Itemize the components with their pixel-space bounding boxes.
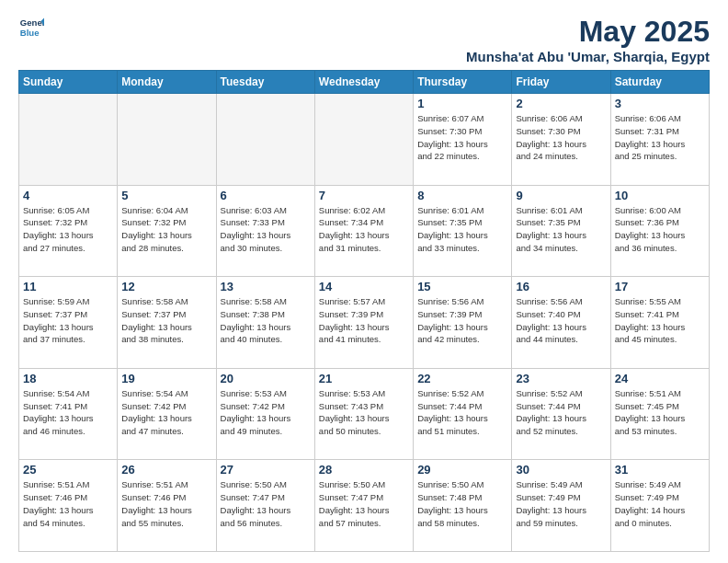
calendar-cell: 6Sunrise: 6:03 AM Sunset: 7:33 PM Daylig…: [216, 185, 314, 277]
calendar-cell: 30Sunrise: 5:49 AM Sunset: 7:49 PM Dayli…: [512, 460, 610, 552]
day-number: 11: [23, 280, 113, 293]
day-info: Sunrise: 5:51 AM Sunset: 7:46 PM Dayligh…: [121, 478, 211, 529]
calendar-cell: 19Sunrise: 5:54 AM Sunset: 7:42 PM Dayli…: [118, 368, 216, 460]
logo: General Blue: [18, 15, 44, 40]
calendar-cell: 11Sunrise: 5:59 AM Sunset: 7:37 PM Dayli…: [19, 277, 118, 369]
page: General Blue May 2025 Munsha'at Abu 'Uma…: [0, 0, 728, 563]
calendar-cell: 9Sunrise: 6:01 AM Sunset: 7:35 PM Daylig…: [512, 185, 610, 277]
day-info: Sunrise: 6:04 AM Sunset: 7:32 PM Dayligh…: [121, 204, 211, 255]
day-info: Sunrise: 6:01 AM Sunset: 7:35 PM Dayligh…: [516, 204, 606, 255]
calendar: SundayMondayTuesdayWednesdayThursdayFrid…: [18, 70, 710, 552]
calendar-cell: 18Sunrise: 5:54 AM Sunset: 7:41 PM Dayli…: [19, 368, 118, 460]
day-number: 23: [516, 372, 606, 385]
title-block: May 2025 Munsha'at Abu 'Umar, Sharqia, E…: [466, 15, 710, 64]
main-title: May 2025: [466, 15, 710, 49]
day-info: Sunrise: 5:55 AM Sunset: 7:41 PM Dayligh…: [615, 295, 705, 346]
day-number: 26: [121, 463, 211, 477]
calendar-cell: 7Sunrise: 6:02 AM Sunset: 7:34 PM Daylig…: [314, 185, 413, 277]
day-number: 20: [221, 372, 311, 385]
day-number: 28: [319, 463, 409, 477]
calendar-cell: 25Sunrise: 5:51 AM Sunset: 7:46 PM Dayli…: [19, 460, 118, 552]
calendar-cell: 12Sunrise: 5:58 AM Sunset: 7:37 PM Dayli…: [118, 277, 216, 369]
calendar-cell: 20Sunrise: 5:53 AM Sunset: 7:42 PM Dayli…: [216, 368, 314, 460]
calendar-body: 1Sunrise: 6:07 AM Sunset: 7:30 PM Daylig…: [19, 94, 710, 552]
logo-icon: General Blue: [18, 15, 44, 40]
day-number: 25: [23, 463, 113, 477]
week-row-1: 1Sunrise: 6:07 AM Sunset: 7:30 PM Daylig…: [19, 94, 710, 186]
day-info: Sunrise: 5:50 AM Sunset: 7:47 PM Dayligh…: [319, 478, 409, 529]
calendar-cell: 5Sunrise: 6:04 AM Sunset: 7:32 PM Daylig…: [118, 185, 216, 277]
svg-text:General: General: [20, 17, 44, 28]
week-row-3: 11Sunrise: 5:59 AM Sunset: 7:37 PM Dayli…: [19, 277, 710, 369]
day-number: 31: [615, 463, 705, 477]
weekday-header-thursday: Thursday: [414, 71, 512, 94]
calendar-header: SundayMondayTuesdayWednesdayThursdayFrid…: [19, 71, 710, 94]
day-info: Sunrise: 6:01 AM Sunset: 7:35 PM Dayligh…: [417, 204, 507, 255]
weekday-header-friday: Friday: [512, 71, 610, 94]
weekday-row: SundayMondayTuesdayWednesdayThursdayFrid…: [19, 71, 710, 94]
day-info: Sunrise: 5:56 AM Sunset: 7:40 PM Dayligh…: [516, 295, 606, 346]
calendar-cell: 2Sunrise: 6:06 AM Sunset: 7:30 PM Daylig…: [512, 94, 610, 186]
day-number: 29: [417, 463, 507, 477]
day-number: 21: [319, 372, 409, 385]
day-info: Sunrise: 5:59 AM Sunset: 7:37 PM Dayligh…: [23, 295, 113, 346]
day-number: 3: [615, 97, 705, 110]
day-info: Sunrise: 5:57 AM Sunset: 7:39 PM Dayligh…: [319, 295, 409, 346]
day-number: 2: [516, 97, 606, 110]
weekday-header-sunday: Sunday: [19, 71, 118, 94]
day-info: Sunrise: 5:54 AM Sunset: 7:42 PM Dayligh…: [121, 387, 211, 438]
day-info: Sunrise: 5:50 AM Sunset: 7:48 PM Dayligh…: [417, 478, 507, 529]
day-number: 27: [221, 463, 311, 477]
day-info: Sunrise: 5:49 AM Sunset: 7:49 PM Dayligh…: [516, 478, 606, 529]
day-info: Sunrise: 5:50 AM Sunset: 7:47 PM Dayligh…: [221, 478, 311, 529]
day-number: 12: [121, 280, 211, 293]
day-info: Sunrise: 5:53 AM Sunset: 7:42 PM Dayligh…: [221, 387, 311, 438]
calendar-cell: 10Sunrise: 6:00 AM Sunset: 7:36 PM Dayli…: [610, 185, 709, 277]
calendar-cell: 21Sunrise: 5:53 AM Sunset: 7:43 PM Dayli…: [314, 368, 413, 460]
day-info: Sunrise: 5:58 AM Sunset: 7:37 PM Dayligh…: [121, 295, 211, 346]
week-row-5: 25Sunrise: 5:51 AM Sunset: 7:46 PM Dayli…: [19, 460, 710, 552]
day-number: 4: [23, 189, 113, 202]
weekday-header-saturday: Saturday: [610, 71, 709, 94]
day-info: Sunrise: 6:05 AM Sunset: 7:32 PM Dayligh…: [23, 204, 113, 255]
weekday-header-wednesday: Wednesday: [314, 71, 413, 94]
week-row-4: 18Sunrise: 5:54 AM Sunset: 7:41 PM Dayli…: [19, 368, 710, 460]
day-number: 9: [516, 189, 606, 202]
day-number: 7: [319, 189, 409, 202]
day-number: 22: [417, 372, 507, 385]
calendar-cell: 4Sunrise: 6:05 AM Sunset: 7:32 PM Daylig…: [19, 185, 118, 277]
svg-text:Blue: Blue: [20, 28, 40, 38]
day-number: 24: [615, 372, 705, 385]
day-info: Sunrise: 5:56 AM Sunset: 7:39 PM Dayligh…: [417, 295, 507, 346]
calendar-cell: 27Sunrise: 5:50 AM Sunset: 7:47 PM Dayli…: [216, 460, 314, 552]
subtitle: Munsha'at Abu 'Umar, Sharqia, Egypt: [466, 49, 710, 64]
calendar-cell: 3Sunrise: 6:06 AM Sunset: 7:31 PM Daylig…: [610, 94, 709, 186]
calendar-cell: 24Sunrise: 5:51 AM Sunset: 7:45 PM Dayli…: [610, 368, 709, 460]
day-number: 17: [615, 280, 705, 293]
day-info: Sunrise: 6:07 AM Sunset: 7:30 PM Dayligh…: [417, 112, 507, 163]
calendar-cell: 29Sunrise: 5:50 AM Sunset: 7:48 PM Dayli…: [414, 460, 512, 552]
calendar-cell: 13Sunrise: 5:58 AM Sunset: 7:38 PM Dayli…: [216, 277, 314, 369]
day-number: 19: [121, 372, 211, 385]
day-info: Sunrise: 5:51 AM Sunset: 7:45 PM Dayligh…: [615, 387, 705, 438]
calendar-cell: 26Sunrise: 5:51 AM Sunset: 7:46 PM Dayli…: [118, 460, 216, 552]
day-number: 5: [121, 189, 211, 202]
calendar-cell: 23Sunrise: 5:52 AM Sunset: 7:44 PM Dayli…: [512, 368, 610, 460]
week-row-2: 4Sunrise: 6:05 AM Sunset: 7:32 PM Daylig…: [19, 185, 710, 277]
day-number: 15: [417, 280, 507, 293]
day-info: Sunrise: 5:54 AM Sunset: 7:41 PM Dayligh…: [23, 387, 113, 438]
day-info: Sunrise: 5:52 AM Sunset: 7:44 PM Dayligh…: [516, 387, 606, 438]
calendar-cell: 22Sunrise: 5:52 AM Sunset: 7:44 PM Dayli…: [414, 368, 512, 460]
day-info: Sunrise: 6:03 AM Sunset: 7:33 PM Dayligh…: [221, 204, 311, 255]
day-info: Sunrise: 5:49 AM Sunset: 7:49 PM Dayligh…: [615, 478, 705, 529]
day-number: 14: [319, 280, 409, 293]
calendar-cell: [118, 94, 216, 186]
weekday-header-monday: Monday: [118, 71, 216, 94]
day-number: 18: [23, 372, 113, 385]
day-number: 6: [221, 189, 311, 202]
day-number: 8: [417, 189, 507, 202]
day-info: Sunrise: 6:02 AM Sunset: 7:34 PM Dayligh…: [319, 204, 409, 255]
calendar-cell: [216, 94, 314, 186]
day-info: Sunrise: 5:52 AM Sunset: 7:44 PM Dayligh…: [417, 387, 507, 438]
calendar-cell: 1Sunrise: 6:07 AM Sunset: 7:30 PM Daylig…: [414, 94, 512, 186]
